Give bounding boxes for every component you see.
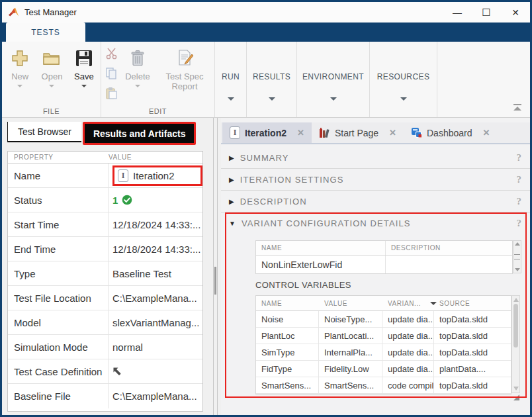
value-column-header: VALUE: [109, 154, 202, 161]
row-test-case-definition: Test Case Definition: [8, 359, 202, 384]
status-pass-check-icon: [122, 195, 132, 205]
section-iteration-settings[interactable]: ▶ ITERATION SETTINGS ?: [221, 169, 530, 191]
variant-configuration-body: NAME DESCRIPTION NonLinExterLowFid CONTR…: [221, 236, 530, 415]
iteration-icon: I: [230, 126, 240, 139]
control-variables-label: CONTROL VARIABLES: [255, 280, 351, 290]
iteration-icon: I: [118, 169, 128, 182]
scroll-down-icon: [513, 387, 519, 391]
edit-section-label: EDIT: [101, 107, 214, 115]
splitter-handle[interactable]: [214, 267, 216, 295]
tab-tests[interactable]: TESTS: [6, 23, 85, 42]
control-variable-row[interactable]: PlantLoc PlantLocati... update dia... to…: [256, 328, 511, 344]
help-icon[interactable]: ?: [516, 174, 522, 185]
close-tab-icon[interactable]: ✕: [389, 128, 396, 138]
matlab-logo-icon: [8, 7, 19, 18]
control-variable-row[interactable]: SmartSens... SmartSens... code compile t…: [256, 377, 511, 394]
doc-tab-dashboard[interactable]: Dashboard ✕: [404, 122, 497, 143]
name-value: Iteration2: [133, 170, 175, 181]
chevron-right-icon: ▶: [229, 154, 234, 162]
section-variant-configuration-details[interactable]: ▼ VARIANT CONFIGURATION DETAILS ?: [221, 212, 530, 234]
help-icon[interactable]: ?: [516, 152, 522, 163]
scroll-up-icon: [515, 242, 520, 246]
run-dropdown[interactable]: RUN: [215, 42, 247, 117]
scroll-down-icon: [515, 268, 520, 271]
test-spec-report-button[interactable]: Test Spec Report: [159, 46, 210, 102]
toolstrip-section-file: New Open Save FILE: [2, 42, 101, 117]
help-icon[interactable]: ?: [516, 218, 522, 229]
control-table-scrollbar[interactable]: [511, 295, 520, 393]
ribbon-tab-band: TESTS: [2, 23, 530, 42]
resources-dropdown[interactable]: RESOURCES: [370, 42, 437, 117]
document-tab-bar: I Iteration2 ✕ Start Page ✕ Dashboard ✕: [221, 122, 530, 144]
close-tab-icon[interactable]: ✕: [297, 128, 304, 138]
variant-config-table: NAME DESCRIPTION NonLinExterLowFid: [255, 240, 513, 274]
trash-icon: [130, 47, 145, 70]
config-table-scrollbar[interactable]: [513, 240, 521, 273]
paste-icon[interactable]: [105, 87, 118, 102]
goto-test-case-arrow-icon[interactable]: [112, 367, 122, 377]
section-summary[interactable]: ▶ SUMMARY ?: [221, 147, 530, 169]
chevron-right-icon: ▶: [229, 176, 234, 183]
name-annotation-box: I Iteration2: [112, 165, 202, 186]
test-manager-window: Test Manager — ☐ ✕ TESTS New: [0, 0, 532, 417]
environment-dropdown[interactable]: ENVIRONMENT: [297, 42, 370, 117]
control-variable-row[interactable]: Noise NoiseType... update dia... topData…: [256, 311, 511, 328]
property-column-header: PROPERTY: [8, 154, 109, 161]
scroll-up-icon: [513, 298, 519, 302]
row-status: Status 1: [8, 188, 202, 212]
new-dropdown-caret[interactable]: [17, 85, 22, 87]
results-dropdown[interactable]: RESULTS: [247, 42, 297, 117]
save-dropdown-caret[interactable]: [81, 85, 87, 87]
collapse-ribbon-icon[interactable]: [513, 104, 522, 111]
chevron-down-icon: ▼: [229, 220, 236, 227]
tab-test-browser[interactable]: Test Browser: [7, 122, 81, 142]
config-row[interactable]: NonLinExterLowFid: [256, 255, 512, 273]
variant-column-header[interactable]: VARIAN...: [382, 296, 434, 310]
properties-table: PROPERTY VALUE Name I Iteration2 Status: [7, 151, 203, 412]
status-count: 1: [112, 195, 118, 206]
control-variable-row[interactable]: SimType InternalPla... update dia... top…: [256, 344, 511, 361]
scrollbar-thumb[interactable]: [513, 304, 518, 348]
save-button[interactable]: Save: [70, 46, 98, 87]
tab-results-and-artifacts[interactable]: Results and Artifacts: [85, 124, 195, 143]
run-caret-icon: [228, 97, 234, 101]
save-floppy-icon: [75, 47, 93, 70]
help-icon[interactable]: ?: [516, 196, 522, 207]
doc-tab-start-page[interactable]: Start Page ✕: [312, 122, 404, 143]
close-tab-icon[interactable]: ✕: [482, 128, 490, 138]
row-type: Type Baseline Test: [8, 261, 202, 286]
toolstrip-filler: [437, 42, 530, 117]
row-simulation-mode: Simulation Mode normal: [8, 335, 202, 359]
open-dropdown-caret[interactable]: [49, 85, 54, 87]
right-panel: I Iteration2 ✕ Start Page ✕ Dashboard ✕: [221, 118, 530, 415]
config-name-header: NAME: [256, 241, 386, 255]
toolstrip-section-edit: Delete Test Spec Report EDIT: [101, 42, 215, 117]
cut-icon[interactable]: [105, 47, 118, 62]
dashboard-icon: [411, 127, 422, 138]
toolstrip: New Open Save FILE: [2, 42, 530, 118]
resize-grip-icon[interactable]: [513, 394, 519, 400]
new-button[interactable]: New: [6, 46, 34, 87]
row-end-time: End Time 12/18/2024 14:33:...: [8, 237, 202, 261]
minimize-button[interactable]: —: [443, 2, 472, 23]
copy-icon[interactable]: [105, 67, 118, 82]
title-bar: Test Manager — ☐ ✕: [2, 2, 530, 23]
panel-splitter[interactable]: [210, 118, 221, 415]
delete-button[interactable]: Delete: [120, 46, 155, 102]
control-variable-row[interactable]: FidType Fidelity.Low update dia... plant…: [256, 361, 511, 377]
left-panel: Test Browser Results and Artifacts PROPE…: [2, 118, 210, 415]
resources-caret-icon: [400, 97, 407, 101]
delete-dropdown-caret[interactable]: [135, 85, 140, 87]
chevron-right-icon: ▶: [229, 198, 234, 205]
doc-tab-iteration2[interactable]: I Iteration2 ✕: [222, 122, 312, 143]
row-baseline-file: Baseline File C:\ExampleMana...: [8, 384, 202, 408]
maximize-button[interactable]: ☐: [472, 2, 501, 23]
results-caret-icon: [269, 97, 275, 101]
open-button[interactable]: Open: [38, 46, 66, 87]
section-description[interactable]: ▶ DESCRIPTION ?: [221, 191, 530, 212]
open-folder-icon: [42, 47, 61, 70]
new-plus-icon: [11, 47, 28, 70]
close-button[interactable]: ✕: [501, 2, 530, 23]
environment-caret-icon: [330, 97, 337, 101]
start-page-books-icon: [319, 127, 330, 138]
